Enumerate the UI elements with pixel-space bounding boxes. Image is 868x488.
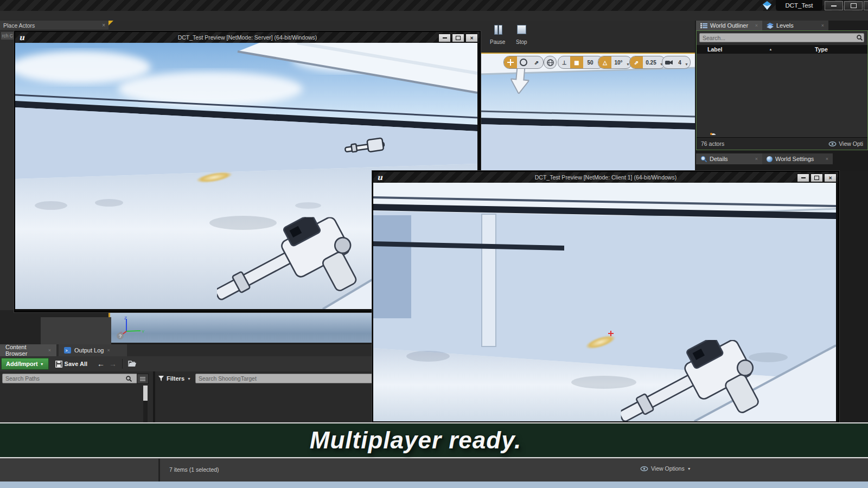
maximize-button[interactable] [452,34,464,42]
play-controls: Pause Stop [486,21,695,53]
move-tool-button[interactable] [504,56,517,68]
marketing-banner: Multiplayer ready. [0,422,868,458]
close-icon[interactable]: × [826,156,828,162]
tab-details[interactable]: Details × [696,153,762,164]
camera-speed-group: 4 ▼ [662,56,691,69]
close-icon[interactable]: × [102,22,105,28]
add-import-label: Add/Import [6,361,38,367]
pause-icon [499,25,502,35]
grid-snap-toggle[interactable]: ▦ [570,56,583,68]
minimize-button[interactable] [438,34,451,42]
tab-levels[interactable]: Levels × [762,21,828,30]
close-icon[interactable]: × [48,348,51,353]
view-options-button[interactable]: View Opti [839,140,863,147]
content-browser-assets: Filters ▼ [155,371,372,422]
eye-icon [640,466,648,471]
sources-list-icon[interactable] [137,374,149,384]
project-title-badge: DCT_Test [776,0,822,11]
chevron-down-icon[interactable]: ▼ [685,62,688,66]
world-space-toggle[interactable] [544,56,557,69]
eye-icon [828,142,837,146]
place-actors-title: Place Actors [3,22,35,29]
filter-icon [158,376,164,381]
outliner-row-partial [697,132,867,135]
add-import-button[interactable]: Add/Import ▼ [1,358,49,370]
rotate-tool-button[interactable] [517,56,530,68]
editor-viewport[interactable]: ⇗ ⊥ ▦ 50 ▼ △ 10° ▼ ⇗ 0.25 ▼ 4 ▼ [478,53,695,172]
tab-world-outliner[interactable]: World Outliner × [696,21,762,30]
column-type[interactable]: Type [815,46,828,53]
place-actors-panel-header[interactable]: Place Actors × [0,21,108,30]
client-game-viewport[interactable] [373,183,836,421]
output-log-icon: >_ [64,347,71,354]
scale-snap-value[interactable]: 0.25 [643,56,659,68]
forward-arrow-icon[interactable]: → [109,359,117,368]
pause-button[interactable]: Pause [490,39,505,45]
transform-tools-group: ⇗ [503,56,544,69]
minimize-button[interactable] [797,174,809,182]
world-settings-icon [767,156,773,162]
tab-label: Levels [776,22,794,29]
filters-label: Filters [167,375,184,382]
search-icon [857,35,863,41]
view-options-button[interactable]: View Options ▼ [640,465,691,472]
scale-tool-button[interactable]: ⇗ [530,56,543,68]
save-icon [55,361,62,368]
client-window-title: DCT_Test Preview [NetMode: Client 1] (64… [373,174,838,181]
help-icon[interactable]: ? [117,332,124,339]
maximize-button[interactable] [844,1,863,10]
unreal-project-icon [761,1,774,10]
close-button[interactable] [864,1,868,10]
angle-icon: △ [603,60,607,66]
camera-speed-value[interactable]: 4 [675,56,684,68]
project-title: DCT_Test [785,2,813,9]
rotation-snap-value[interactable]: 10° [611,56,626,68]
content-browser-toolbar: Add/Import ▼ Save All ← → [0,356,372,371]
outliner-column-headers: Label ▲ Type [697,45,867,54]
stop-icon [517,25,526,34]
world-outliner-panel: World Outliner × Levels × Label ▲ Type 7… [696,21,868,150]
rotate-icon [520,59,527,66]
column-label[interactable]: Label [707,46,722,53]
close-icon[interactable]: × [107,348,110,353]
editor-viewport-strip[interactable]: Z Y X ? [108,312,374,343]
levels-icon [767,23,774,29]
server-window-titlebar[interactable]: u DCT_Test Preview [NetMode: Server] (64… [15,32,480,43]
grid-snap-value[interactable]: 50 [583,56,597,68]
close-icon[interactable]: × [755,23,758,28]
server-window-title: DCT_Test Preview [NetMode: Server] (64-b… [15,34,480,41]
tab-content-browser[interactable]: Content Browser × [0,344,56,356]
globe-icon [544,56,556,68]
client-window-titlebar[interactable]: u DCT_Test Preview [NetMode: Client 1] (… [373,172,838,183]
scrollbar[interactable] [143,386,148,422]
tab-output-log[interactable]: >_ Output Log × [59,344,127,356]
place-actors-sidebar: rch C [0,30,15,310]
minimize-button[interactable] [825,1,843,10]
view-options-label: View Options [651,465,685,472]
close-icon[interactable]: × [821,23,824,28]
close-button[interactable]: ✕ [824,174,837,182]
save-all-button[interactable]: Save All [65,361,87,367]
search-icon [126,376,132,382]
preview-window-client: u DCT_Test Preview [NetMode: Client 1] (… [372,171,839,425]
scale-snap-icon: ⇗ [634,60,639,66]
tab-label: Details [710,156,728,162]
scale-snap-group: ⇗ 0.25 ▼ [629,56,666,69]
close-icon[interactable]: × [755,156,758,162]
stop-button[interactable]: Stop [516,39,527,45]
maximize-button[interactable] [810,174,823,182]
place-actors-search[interactable]: rch C [1,32,14,40]
scale-snap-toggle[interactable]: ⇗ [630,56,643,68]
outliner-search-input[interactable] [699,33,864,42]
folder-open-icon [128,361,137,367]
search-paths-input[interactable] [2,374,139,383]
rotation-snap-toggle[interactable]: △ [598,56,611,68]
filters-button[interactable]: Filters ▼ [158,374,191,383]
back-arrow-icon[interactable]: ← [97,359,105,368]
tab-world-settings[interactable]: World Settings × [762,153,833,164]
asset-search-input[interactable] [195,374,372,383]
surface-snap-button[interactable]: ⊥ [558,56,570,68]
close-button[interactable]: ✕ [465,34,478,42]
content-browser-panel: Content Browser × >_ Output Log × Add/Im… [0,344,372,422]
details-panel: Details × World Settings × [696,152,868,171]
